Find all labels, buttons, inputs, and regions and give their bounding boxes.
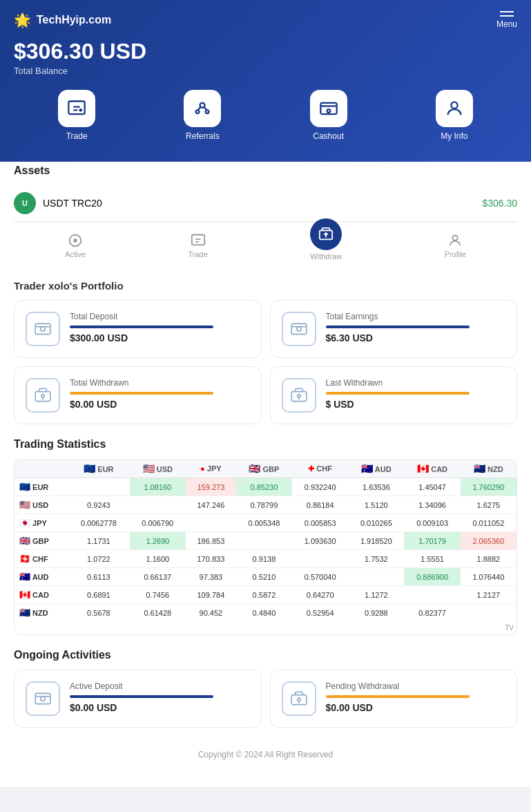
balance-section: $306.30 USD Total Balance (14, 39, 517, 76)
portfolio-card-earnings: Total Earnings $6.30 USD (270, 300, 518, 358)
table-cell: 0.4840 (236, 604, 292, 622)
table-row: 🇯🇵 JPY0.00627780.0067900.0053480.0058530… (15, 514, 516, 532)
bottom-nav-withdraw-label: Withdraw (310, 252, 342, 261)
main-content: Assets U USDT TRC20 $306.30 Active Trade (0, 151, 531, 787)
table-cell: 186.853 (186, 532, 236, 550)
table-cell: 0.66137 (130, 568, 186, 586)
asset-amount: $306.30 (482, 198, 517, 209)
table-cell: 1.8882 (461, 550, 516, 568)
table-cell: 0.011052 (461, 514, 516, 532)
ongoing-withdrawal-label: Pending Withdrawal (326, 681, 506, 691)
nav-item-referrals[interactable]: Referrals (184, 90, 221, 141)
table-cell: 0.009103 (404, 514, 460, 532)
nav-item-cashout[interactable]: Cashout (310, 90, 347, 141)
withdraw-icon-box (310, 218, 342, 250)
deposit-value: $300.00 USD (70, 332, 250, 343)
table-cell: 1.34096 (404, 496, 460, 514)
svg-point-7 (451, 102, 457, 108)
table-row: 🇪🇺 EUR1.08160159.2730.852300.9322401.635… (15, 478, 516, 496)
nav-item-trade[interactable]: Trade (58, 90, 95, 141)
svg-rect-22 (35, 693, 50, 704)
bottom-nav-profile[interactable]: Profile (434, 230, 477, 261)
table-row: 🇳🇿 NZD0.56780.6142890.4520.48400.529540.… (15, 604, 516, 622)
table-cell: 170.833 (186, 550, 236, 568)
portfolio-title: Trader xolo's Portfolio (14, 280, 517, 292)
nav-item-myinfo[interactable]: My Info (436, 90, 473, 141)
table-cell (236, 532, 292, 550)
trade-nav-icon (191, 233, 206, 248)
table-cell: 1.70179 (404, 532, 460, 550)
table-cell: 1.076440 (461, 568, 516, 586)
svg-rect-18 (35, 392, 50, 402)
table-cell: 1.760290 (461, 478, 516, 496)
deposit-info: Total Deposit $300.00 USD (70, 312, 250, 343)
last-withdrawn-bar (326, 392, 470, 395)
trading-title: Trading Statistics (14, 438, 517, 451)
bottom-nav-trade[interactable]: Trade (177, 230, 219, 261)
table-cell: 0.9138 (236, 550, 292, 568)
table-cell: 0.005348 (236, 514, 292, 532)
tradingview-badge: TV (15, 621, 516, 634)
col-jpy: ● JPY (186, 460, 236, 478)
last-withdrawn-info: Last Withdrawn $ USD (326, 378, 506, 410)
ongoing-deposit-label: Active Deposit (70, 681, 250, 691)
portfolio-grid: Total Deposit $300.00 USD Total Earnings… (14, 300, 517, 424)
ongoing-deposit-bar (70, 695, 213, 698)
bottom-nav-withdraw[interactable]: Withdraw (299, 228, 353, 263)
asset-name: USDT TRC20 (43, 198, 102, 209)
ongoing-title: Ongoing Activities (14, 649, 517, 661)
table-cell: 0.886900 (404, 568, 460, 586)
table-cell (186, 514, 236, 532)
table-cell: 1.6275 (461, 496, 516, 514)
bottom-nav: Active Trade Withdraw (14, 222, 517, 269)
deposit-bar (70, 325, 213, 328)
svg-point-1 (79, 108, 83, 112)
table-cell: 0.9288 (348, 604, 404, 622)
table-cell: 0.64270 (292, 586, 348, 604)
assets-title: Assets (14, 164, 517, 177)
table-cell (348, 568, 404, 586)
svg-point-2 (200, 103, 205, 108)
table-row: 🇨🇭 CHF1.07221.1600170.8330.91381.75321.5… (15, 550, 516, 568)
asset-left: U USDT TRC20 (14, 192, 102, 214)
table-cell: 0.0062778 (68, 514, 130, 532)
earnings-info: Total Earnings $6.30 USD (326, 312, 506, 343)
ongoing-withdrawal-value: $0.00 USD (326, 702, 506, 713)
withdraw-icon (318, 227, 334, 242)
nav-trade-label: Trade (66, 131, 88, 141)
last-withdrawn-label: Last Withdrawn (326, 378, 506, 388)
table-cell: 0.5678 (68, 604, 130, 622)
table-cell: 1.0722 (68, 550, 130, 568)
table-cell: 0.010265 (348, 514, 404, 532)
trading-table-wrap: 🇪🇺 EUR 🇺🇸 USD ● JPY 🇬🇧 GBP ✚ CHF 🇦🇺 AUD … (14, 459, 517, 635)
asset-row: U USDT TRC20 $306.30 (14, 185, 517, 222)
table-cell: 0.86184 (292, 496, 348, 514)
profile-icon (447, 233, 463, 248)
asset-icon: U (14, 192, 36, 214)
col-empty (15, 460, 68, 478)
table-cell: 0.006790 (130, 514, 186, 532)
table-cell (292, 550, 348, 568)
table-cell: 1.093630 (292, 532, 348, 550)
ongoing-grid: Active Deposit $0.00 USD Pending Withd (14, 670, 517, 728)
menu-button[interactable]: Menu (496, 11, 517, 29)
header-top: 🌟 TechHyip.com Menu (14, 11, 517, 29)
svg-point-4 (206, 110, 209, 113)
table-cell: 1.2127 (461, 586, 516, 604)
cashout-icon-box (310, 90, 347, 127)
earnings-bar (326, 325, 470, 328)
table-cell: 0.61428 (130, 604, 186, 622)
svg-point-23 (41, 697, 46, 701)
col-usd: 🇺🇸 USD (130, 460, 186, 478)
col-gbp: 🇬🇧 GBP (236, 460, 292, 478)
svg-point-9 (73, 238, 77, 243)
table-cell: 147.246 (186, 496, 236, 514)
table-cell: 159.273 (186, 478, 236, 496)
table-cell: 1.5551 (404, 550, 460, 568)
trading-section: Trading Statistics 🇪🇺 EUR 🇺🇸 USD ● JPY 🇬… (14, 438, 517, 635)
bottom-nav-active[interactable]: Active (54, 230, 97, 261)
logo-text: TechHyip.com (37, 14, 111, 26)
col-aud: 🇦🇺 AUD (348, 460, 404, 478)
svg-rect-14 (35, 323, 50, 334)
table-cell: 0.9243 (68, 496, 130, 514)
